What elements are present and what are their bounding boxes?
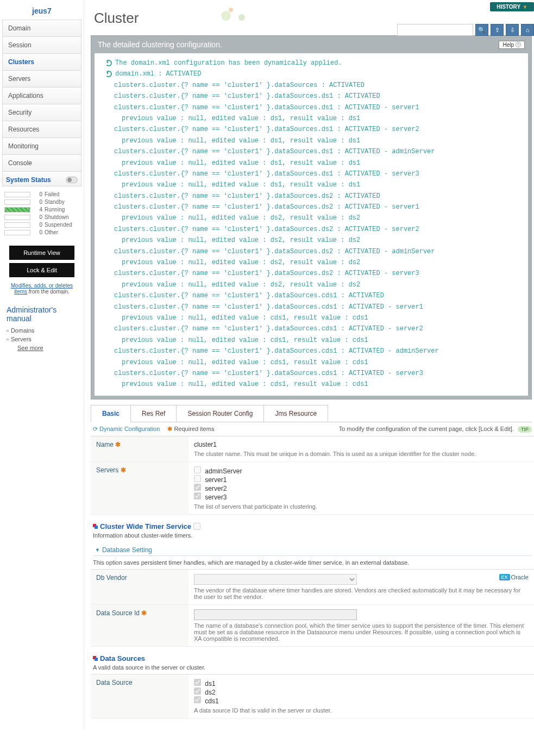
brand-logo: jeus7	[2, 2, 81, 20]
import-icon[interactable]: ⇩	[506, 24, 519, 36]
document-icon: ▫	[7, 327, 9, 334]
nav-item-clusters[interactable]: Clusters	[2, 54, 81, 71]
log-output: The domain.xml configuration has been dy…	[95, 53, 528, 396]
help-button[interactable]: Help ?	[499, 41, 525, 49]
db-vendor-desc: The vendor of the database where timer h…	[194, 587, 529, 600]
log-line: The domain.xml configuration has been dy…	[105, 58, 522, 68]
name-desc: The cluster name. This must be unique in…	[194, 451, 529, 457]
search-icon[interactable]: 🔍	[475, 24, 488, 36]
nav-item-monitoring[interactable]: Monitoring	[2, 138, 81, 155]
log-line: clusters.cluster.{? name == 'cluster1' }…	[105, 224, 522, 235]
log-line: clusters.cluster.{? name == 'cluster1' }…	[105, 290, 522, 301]
log-line: previous value : null, edited value : ds…	[105, 158, 522, 168]
log-line: clusters.cluster.{? name == 'cluster1' }…	[105, 91, 522, 102]
refresh-icon	[105, 60, 112, 66]
db-vendor-label: Db Vendor	[91, 569, 189, 604]
info-bar: ⟳ Dynamic Configuration ✱ Required items…	[91, 422, 534, 436]
log-line: clusters.cluster.{? name == 'cluster1' }…	[105, 124, 522, 135]
log-line: clusters.cluster.{? name == 'cluster1' }…	[105, 246, 522, 257]
db-form-table: Db Vendor EXOracle The vendor of the dat…	[91, 569, 534, 647]
nav-item-applications[interactable]: Applications	[2, 88, 81, 104]
basic-form-table: Name ✱ cluster1 The cluster name. This m…	[91, 436, 534, 515]
toggle-icon[interactable]	[66, 177, 78, 183]
nav-item-session[interactable]: Session	[2, 37, 81, 54]
refresh-icon	[105, 71, 112, 77]
database-setting-desc: This option saves persistent timer handl…	[93, 559, 532, 566]
status-bar-icon	[4, 192, 30, 197]
document-icon: ▫	[7, 336, 9, 342]
db-vendor-select[interactable]	[194, 574, 357, 585]
server-checkbox[interactable]	[194, 484, 201, 491]
dynamic-config-label: ⟳ Dynamic Configuration	[93, 426, 160, 433]
log-line: previous value : null, edited value : cd…	[105, 313, 522, 323]
search-input[interactable]	[397, 24, 473, 36]
data-source-id-label: Data Source Id ✱	[91, 604, 189, 646]
see-more-link[interactable]: See more	[17, 345, 43, 351]
checkbox-label: server2	[205, 485, 227, 492]
servers-label: Servers ✱	[91, 461, 189, 514]
tip-badge: TIP	[518, 426, 532, 433]
main-content: HISTORY ▼ Cluster 🔍 ⇪ ⇩ ⌂ The detailed c…	[84, 0, 534, 729]
sidebar-note: Modifies, adds, or deletes items from th…	[2, 280, 81, 300]
datasource-checkbox[interactable]	[194, 679, 201, 686]
tab-session-router-config[interactable]: Session Router Config	[176, 405, 264, 422]
log-line: clusters.cluster.{? name == 'cluster1' }…	[105, 302, 522, 313]
export-icon[interactable]: ⇪	[491, 24, 504, 36]
section-icon	[93, 524, 98, 529]
admin-manual-title: Administrator's manual	[2, 300, 81, 326]
timer-section-header: Cluster Wide Timer Service	[93, 515, 532, 532]
log-line: clusters.cluster.{? name == 'cluster1' }…	[105, 346, 522, 357]
nav-item-security[interactable]: Security	[2, 104, 81, 121]
log-line: clusters.cluster.{? name == 'cluster1' }…	[105, 191, 522, 202]
system-status-title: System Status	[6, 176, 51, 184]
admin-link[interactable]: ▫ Domains	[2, 326, 81, 335]
log-line: previous value : null, edited value : ds…	[105, 213, 522, 223]
tab-res-ref[interactable]: Res Ref	[130, 405, 177, 422]
status-bar-icon	[4, 222, 30, 228]
nav-item-resources[interactable]: Resources	[2, 121, 81, 138]
database-setting-header[interactable]: ▼ Database Setting	[93, 542, 532, 556]
runtime-view-button[interactable]: Runtime View	[9, 246, 74, 260]
status-row: 0Other	[4, 229, 79, 235]
admin-link[interactable]: ▫ Servers	[2, 335, 81, 343]
log-line: clusters.cluster.{? name == 'cluster1' }…	[105, 268, 522, 279]
status-row: 0Failed	[4, 191, 79, 197]
status-row: 0Suspended	[4, 222, 79, 228]
log-line: domain.xml : ACTIVATED	[105, 68, 522, 79]
server-checkbox[interactable]	[194, 492, 201, 499]
data-sources-section-desc: A valid data source in the server or clu…	[93, 664, 532, 671]
checkbox-label: adminServer	[205, 467, 242, 475]
checkbox-label: ds1	[205, 680, 215, 688]
data-source-label: Data Source	[91, 674, 189, 718]
sidebar: jeus7 DomainSessionClustersServersApplic…	[0, 0, 84, 729]
log-line: previous value : null, edited value : ds…	[105, 113, 522, 124]
status-row: 0Shutdown	[4, 214, 79, 220]
tab-jms-resource[interactable]: Jms Resource	[263, 405, 328, 422]
name-value: cluster1	[194, 441, 529, 448]
status-bar-icon	[4, 215, 30, 220]
log-line: previous value : null, edited value : ds…	[105, 235, 522, 246]
server-checkbox[interactable]	[194, 466, 201, 473]
nav-item-domain[interactable]: Domain	[2, 20, 81, 37]
status-bar-icon	[4, 230, 30, 235]
datasource-checkbox[interactable]	[194, 688, 201, 695]
data-source-desc: A data source ID that is valid in the se…	[194, 707, 529, 714]
tab-basic[interactable]: Basic	[91, 405, 131, 422]
log-line: clusters.cluster.{? name == 'cluster1' }…	[105, 80, 522, 91]
nav-item-servers[interactable]: Servers	[2, 71, 81, 88]
timer-enable-checkbox[interactable]	[193, 523, 200, 530]
log-line: previous value : null, edited value : cd…	[105, 357, 522, 368]
nav-list: DomainSessionClustersServersApplications…	[2, 20, 81, 172]
lock-edit-button[interactable]: Lock & Edit	[9, 263, 74, 277]
log-line: previous value : null, edited value : ds…	[105, 279, 522, 290]
datasource-checkbox[interactable]	[194, 696, 201, 703]
system-status-header[interactable]: System Status	[2, 172, 81, 186]
nav-item-console[interactable]: Console	[2, 155, 81, 172]
home-icon[interactable]: ⌂	[521, 24, 534, 36]
ds-form-table: Data Source ds1 ds2 cds1 A data source I…	[91, 674, 534, 718]
checkbox-label: cds1	[205, 697, 218, 705]
server-checkbox[interactable]	[194, 475, 201, 482]
data-source-id-input[interactable]	[194, 609, 357, 620]
checkbox-label: ds2	[205, 689, 215, 696]
log-line: clusters.cluster.{? name == 'cluster1' }…	[105, 146, 522, 157]
